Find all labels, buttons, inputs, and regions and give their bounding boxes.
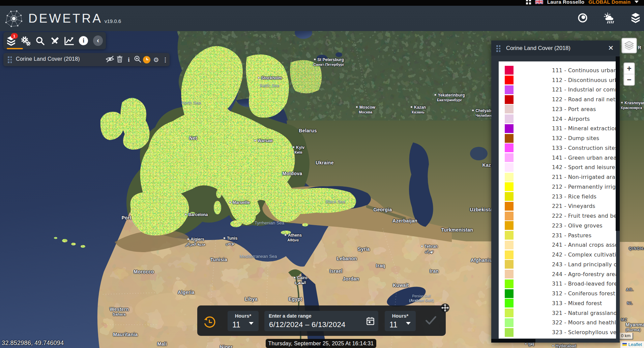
collapse-toolbar-button[interactable]: ‹ [91, 32, 105, 49]
legend-panel: Corine Land Cover (2018) ✕ 111 - Continu… [491, 41, 620, 343]
cursor-coordinates: 32.852986, 49.746094 [2, 340, 64, 347]
layer-time-icon[interactable] [143, 56, 150, 63]
legend-swatch [505, 309, 514, 317]
layers-icon [624, 41, 634, 50]
legend-label: 313 - Mixed forest [552, 300, 602, 306]
legend-row: 243 - Land principally occupied [499, 260, 616, 269]
drag-handle-icon[interactable] [8, 56, 12, 63]
legend-label: 322 - Moors and heathland [552, 319, 616, 326]
legend-row: 221 - Vineyards [499, 202, 616, 211]
legend-swatch [505, 134, 514, 143]
legend-swatch [505, 124, 514, 133]
weather-icon[interactable] [604, 12, 616, 25]
legend-label: 222 - Fruit trees and berries [552, 213, 616, 219]
hide-layer-icon[interactable] [106, 55, 114, 64]
legend-horizontal-scrollbar[interactable] [491, 339, 535, 343]
main-toolbar: 1 i ‹ [3, 32, 106, 49]
legend-swatch [505, 279, 514, 288]
history-icon[interactable] [203, 316, 216, 330]
calendar-icon[interactable] [366, 317, 375, 327]
legend-row: 313 - Mixed forest [499, 298, 616, 308]
legend-label: 121 - Industrial or commercial units [552, 86, 616, 93]
date-range-box[interactable]: Enter a date range 6/12/2024 – 6/13/2024 [264, 311, 378, 331]
hours-from-box[interactable]: Hours* 11 [228, 311, 259, 331]
apply-check-button[interactable] [425, 316, 437, 326]
drag-handle-icon[interactable] [496, 45, 500, 52]
tab-tools[interactable] [48, 32, 62, 49]
uk-flag-icon[interactable] [535, 0, 543, 4]
user-menu-caret-icon[interactable] [635, 1, 639, 3]
basemap-layers-button[interactable] [621, 38, 637, 53]
legend-row: 321 - Natural grasslands [499, 308, 616, 318]
zoom-out-button[interactable]: − [624, 74, 634, 85]
app-header: DEWETRA v19.0.6 [0, 6, 644, 31]
legend-swatch [505, 318, 514, 327]
layers-badge: 1 [11, 33, 18, 39]
legend-label: 141 - Green urban areas [552, 155, 616, 161]
legend-row: 123 - Port areas [499, 104, 616, 114]
date-range-label: Enter a date range [269, 313, 378, 319]
legend-row: 211 - Non-irrigated arable land [499, 172, 616, 182]
legend-row: 231 - Pastures [499, 231, 616, 240]
hours-to-value[interactable]: 11 [389, 320, 398, 329]
legend-row: 312 - Coniferous forest [499, 289, 616, 298]
legend-label: 124 - Airports [552, 116, 590, 122]
tab-search[interactable] [33, 32, 48, 49]
legend-label: 132 - Dump sites [552, 135, 599, 141]
legend-swatch [505, 299, 514, 307]
legend-label: 133 - Construction sites [552, 145, 616, 151]
legend-vertical-scrollbar[interactable] [616, 56, 620, 231]
legend-row: 111 - Continuous urban fabric [499, 65, 616, 75]
legend-label: 231 - Pastures [552, 232, 591, 239]
legend-row: 222 - Fruit trees and berries [499, 211, 616, 221]
apps-grid-icon[interactable] [526, 0, 531, 4]
hours-from-value[interactable]: 11 [232, 320, 240, 329]
ukraine-flag-icon [622, 343, 627, 346]
delete-layer-icon[interactable] [117, 55, 123, 64]
leaflet-link[interactable]: Leaflet [628, 342, 642, 347]
layer-list-item[interactable]: Corine Land Cover (2018) i ⚙ ⋮ [3, 53, 170, 66]
legend-label: 142 - Sport and leisure facilities [552, 164, 616, 170]
user-name[interactable]: Laura Rossello [547, 0, 584, 5]
legend-row: 133 - Construction sites [499, 143, 616, 153]
monitor-eye-icon[interactable] [578, 12, 588, 24]
legend-swatch [505, 182, 514, 191]
current-datetime-badge: Thursday, September 25, 2025 At 16:14:31 [266, 339, 376, 348]
layer-info-icon[interactable]: i [128, 56, 129, 63]
legend-swatch [505, 221, 514, 230]
tab-chart[interactable] [62, 32, 76, 49]
legend-swatch [505, 114, 514, 123]
legend-swatch [505, 173, 514, 182]
legend-swatch [505, 95, 514, 104]
close-icon[interactable]: ✕ [608, 44, 614, 52]
legend-swatch [505, 231, 514, 240]
legend-label: 323 - Sclerophyllous vegetation [552, 329, 616, 336]
legend-panel-title: Corine Land Cover (2018) [506, 45, 570, 51]
hours-to-box[interactable]: Hours* 11 [385, 311, 416, 331]
chevron-down-icon[interactable] [406, 322, 411, 325]
date-range-value[interactable]: 6/12/2024 – 6/13/2024 [269, 320, 346, 329]
chevron-down-icon[interactable] [249, 322, 254, 325]
tab-layers[interactable]: 1 [4, 32, 19, 49]
legend-row: 242 - Complex cultivation patterns [499, 250, 616, 260]
tab-info[interactable]: i [76, 32, 91, 49]
legend-row: 141 - Green urban areas [499, 153, 616, 163]
layer-settings-icon[interactable]: ⚙ [153, 56, 159, 63]
layers-icon[interactable] [631, 12, 641, 24]
scale-bar: 0 km [618, 333, 633, 340]
move-handle-icon[interactable] [440, 303, 450, 314]
user-domain[interactable]: GLOBAL Domain [588, 0, 631, 5]
layer-menu-icon[interactable]: ⋮ [163, 56, 168, 63]
legend-label: 131 - Mineral extraction sites [552, 125, 616, 132]
legend-panel-header[interactable]: Corine Land Cover (2018) ✕ [491, 41, 620, 56]
legend-swatch [505, 66, 514, 75]
legend-row: 223 - Olive groves [499, 221, 616, 231]
tab-settings[interactable] [19, 32, 33, 49]
zoom-to-layer-icon[interactable] [134, 55, 142, 64]
zoom-in-button[interactable]: + [624, 63, 634, 74]
user-bar: Laura Rossello GLOBAL Domain [0, 0, 644, 6]
legend-label: 223 - Olive groves [552, 222, 603, 229]
legend-row: 112 - Discontinuous urban fabric [499, 75, 616, 85]
legend-swatch [505, 260, 514, 269]
legend-label: 244 - Agro-forestry areas [552, 271, 616, 277]
